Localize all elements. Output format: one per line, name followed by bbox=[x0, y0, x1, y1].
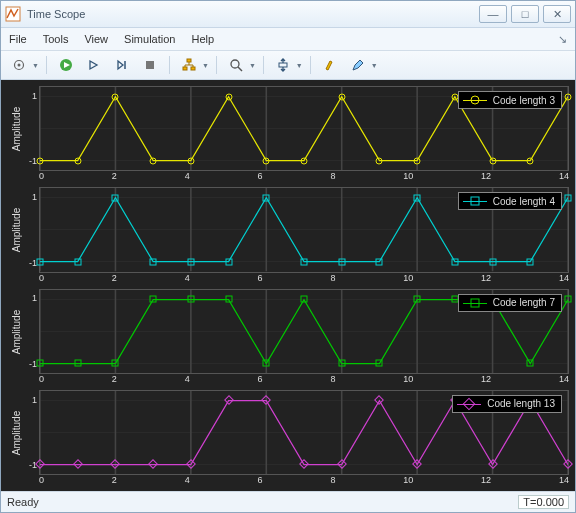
plot-area: Amplitude1-1Code length 302468101214Ampl… bbox=[1, 80, 575, 491]
subplot-3[interactable]: Amplitude1-1Code length 7 bbox=[7, 289, 569, 374]
y-ticks: 1-1 bbox=[25, 86, 39, 171]
minimize-button[interactable]: — bbox=[479, 5, 507, 23]
toolbar: ▼ ▼ ▼ ▼ ▼ bbox=[1, 51, 575, 80]
legend-label: Code length 4 bbox=[493, 196, 555, 207]
toolbar-separator bbox=[169, 56, 170, 74]
step-forward-icon[interactable] bbox=[110, 53, 134, 77]
legend[interactable]: Code length 4 bbox=[458, 192, 562, 210]
svg-point-9 bbox=[231, 60, 239, 68]
window-title: Time Scope bbox=[27, 8, 479, 20]
x-ticks: 02468101214 bbox=[39, 273, 569, 283]
menu-help[interactable]: Help bbox=[191, 33, 214, 45]
toolbar-separator bbox=[310, 56, 311, 74]
gear-icon[interactable] bbox=[7, 53, 31, 77]
app-window: Time Scope — □ ✕ File Tools View Simulat… bbox=[0, 0, 576, 513]
y-axis-label: Amplitude bbox=[7, 390, 25, 475]
y-axis-label: Amplitude bbox=[7, 187, 25, 272]
legend-label: Code length 13 bbox=[487, 398, 555, 409]
toolbar-separator bbox=[46, 56, 47, 74]
legend[interactable]: Code length 13 bbox=[452, 395, 562, 413]
subplot-2[interactable]: Amplitude1-1Code length 4 bbox=[7, 187, 569, 272]
menu-view[interactable]: View bbox=[84, 33, 108, 45]
legend-label: Code length 3 bbox=[493, 95, 555, 106]
x-ticks: 02468101214 bbox=[39, 374, 569, 384]
dropdown-icon[interactable]: ▼ bbox=[202, 62, 209, 69]
y-ticks: 1-1 bbox=[25, 187, 39, 272]
autoscale-icon[interactable] bbox=[271, 53, 295, 77]
x-ticks: 02468101214 bbox=[39, 475, 569, 485]
stop-icon[interactable] bbox=[138, 53, 162, 77]
menu-file[interactable]: File bbox=[9, 33, 27, 45]
maximize-button[interactable]: □ bbox=[511, 5, 539, 23]
legend[interactable]: Code length 3 bbox=[458, 91, 562, 109]
svg-rect-7 bbox=[183, 67, 187, 70]
toolbar-separator bbox=[216, 56, 217, 74]
zoom-icon[interactable] bbox=[224, 53, 248, 77]
svg-rect-5 bbox=[146, 61, 154, 69]
subplot-4[interactable]: Amplitude1-1Code length 13 bbox=[7, 390, 569, 475]
subplot-1[interactable]: Amplitude1-1Code length 3 bbox=[7, 86, 569, 171]
svg-rect-8 bbox=[191, 67, 195, 70]
y-axis-label: Amplitude bbox=[7, 86, 25, 171]
svg-point-2 bbox=[18, 64, 21, 67]
status-time: T=0.000 bbox=[518, 495, 569, 509]
legend[interactable]: Code length 7 bbox=[458, 294, 562, 312]
play-icon[interactable] bbox=[82, 53, 106, 77]
dropdown-icon[interactable]: ▼ bbox=[296, 62, 303, 69]
x-ticks: 02468101214 bbox=[39, 171, 569, 181]
svg-line-10 bbox=[238, 67, 242, 71]
toolbar-separator bbox=[263, 56, 264, 74]
titlebar: Time Scope — □ ✕ bbox=[1, 1, 575, 28]
axes[interactable]: Code length 4 bbox=[39, 187, 569, 272]
y-axis-label: Amplitude bbox=[7, 289, 25, 374]
status-text: Ready bbox=[7, 496, 39, 508]
axes[interactable]: Code length 3 bbox=[39, 86, 569, 171]
signal-hierarchy-icon[interactable] bbox=[177, 53, 201, 77]
legend-label: Code length 7 bbox=[493, 297, 555, 308]
dropdown-icon[interactable]: ▼ bbox=[32, 62, 39, 69]
close-button[interactable]: ✕ bbox=[543, 5, 571, 23]
y-ticks: 1-1 bbox=[25, 390, 39, 475]
axes[interactable]: Code length 13 bbox=[39, 390, 569, 475]
y-ticks: 1-1 bbox=[25, 289, 39, 374]
run-icon[interactable] bbox=[54, 53, 78, 77]
menu-tools[interactable]: Tools bbox=[43, 33, 69, 45]
svg-rect-11 bbox=[279, 63, 287, 67]
edit-icon[interactable] bbox=[346, 53, 370, 77]
svg-rect-6 bbox=[187, 59, 191, 62]
menu-overflow-icon[interactable]: ↘ bbox=[558, 33, 567, 46]
axes[interactable]: Code length 7 bbox=[39, 289, 569, 374]
statusbar: Ready T=0.000 bbox=[1, 491, 575, 512]
dropdown-icon[interactable]: ▼ bbox=[371, 62, 378, 69]
menu-simulation[interactable]: Simulation bbox=[124, 33, 175, 45]
highlight-icon[interactable] bbox=[318, 53, 342, 77]
menubar: File Tools View Simulation Help ↘ bbox=[1, 28, 575, 51]
dropdown-icon[interactable]: ▼ bbox=[249, 62, 256, 69]
app-icon bbox=[5, 6, 21, 22]
